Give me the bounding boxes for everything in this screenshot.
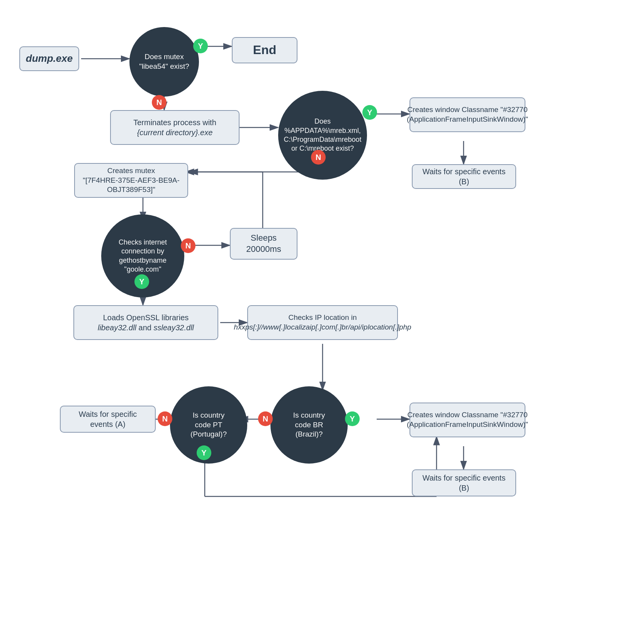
loads-openssl-node: Loads OpenSSL libraries libeay32.dll and…: [73, 305, 218, 340]
loads-openssl-label: Loads OpenSSL libraries libeay32.dll and…: [98, 313, 194, 333]
waits-b1-label: Waits for specific events (B): [419, 167, 509, 187]
dump-exe-label: dump.exe: [26, 52, 73, 65]
mreb-check-node: Does %APPDATA%\mreb.xml, C:\ProgramData\…: [278, 91, 367, 180]
sleeps-label: Sleeps 20000ms: [246, 233, 281, 255]
pt-no-badge: N: [158, 411, 172, 426]
mutex-check-node: Does mutex "libea54" exist?: [129, 27, 199, 97]
country-pt-label: Is country code PT (Portugal)?: [190, 411, 227, 439]
internet-no-badge: N: [181, 238, 195, 253]
sleeps-node: Sleeps 20000ms: [230, 228, 297, 260]
mutex-check-label: Does mutex "libea54" exist?: [139, 52, 189, 71]
waits-b2-node: Waits for specific events (B): [412, 469, 516, 496]
creates-mutex-node: Creates mutex "[7F4HRE-375E-AEF3-BE9A-OB…: [74, 163, 188, 198]
waits-b1-node: Waits for specific events (B): [412, 164, 516, 189]
creates-window1-node: Creates window Classname "#32770 (Applic…: [410, 97, 525, 132]
br-yes-badge: Y: [345, 411, 360, 426]
mreb-yes-badge: Y: [362, 105, 377, 120]
creates-window1-label: Creates window Classname "#32770 (Applic…: [407, 105, 528, 124]
pt-yes-badge: Y: [197, 445, 211, 460]
internet-check-label: Checks internet connection by gethostbyn…: [119, 238, 167, 274]
creates-window2-label: Creates window Classname "#32770 (Applic…: [407, 410, 528, 429]
creates-mutex-label: Creates mutex "[7F4HRE-375E-AEF3-BE9A-OB…: [81, 166, 181, 195]
end-node: End: [232, 37, 297, 63]
country-br-node: Is country code BR (Brazil)?: [270, 386, 348, 464]
mutex-yes-badge: Y: [193, 39, 208, 53]
terminates-label: Terminates process with {current directo…: [133, 117, 216, 138]
terminates-node: Terminates process with {current directo…: [110, 110, 240, 145]
creates-window2-node: Creates window Classname "#32770 (Applic…: [410, 403, 525, 437]
waits-a-node: Waits for specific events (A): [60, 406, 156, 433]
checks-ip-node: Checks IP location in hxxps[:]//www[.]lo…: [247, 305, 398, 340]
mreb-no-badge: N: [311, 150, 326, 165]
checks-ip-label: Checks IP location in hxxps[:]//www[.]lo…: [234, 313, 411, 332]
mutex-no-badge: N: [152, 95, 167, 110]
br-no-badge: N: [258, 411, 273, 426]
end-label: End: [253, 42, 276, 58]
country-br-label: Is country code BR (Brazil)?: [293, 411, 325, 439]
mreb-check-label: Does %APPDATA%\mreb.xml, C:\ProgramData\…: [284, 117, 361, 153]
internet-yes-badge: Y: [134, 274, 149, 289]
waits-a-label: Waits for specific events (A): [67, 409, 149, 429]
waits-b2-label: Waits for specific events (B): [419, 473, 509, 493]
flowchart: dump.exe Does mutex "libea54" exist? Y N…: [0, 0, 644, 644]
dump-exe-node: dump.exe: [19, 46, 79, 71]
